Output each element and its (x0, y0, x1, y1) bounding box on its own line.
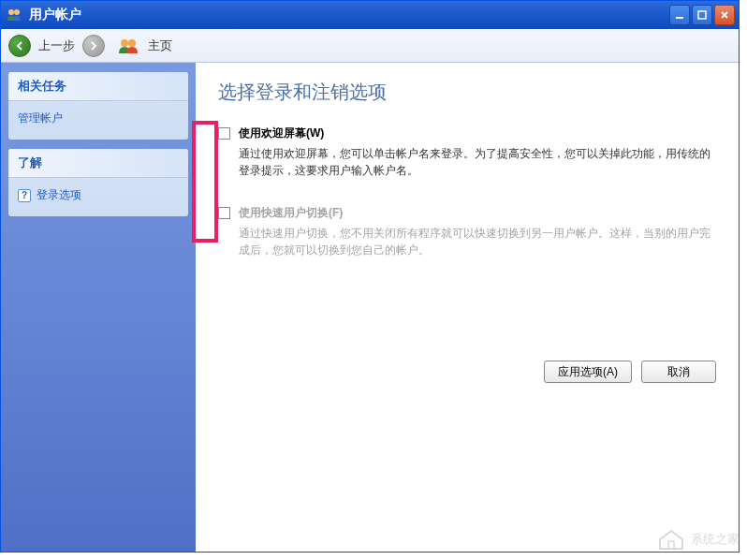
window-controls (669, 5, 735, 25)
related-tasks-panel: 相关任务 管理帐户 (8, 72, 188, 140)
cancel-button[interactable]: 取消 (641, 361, 716, 383)
link-label: 登录选项 (37, 187, 81, 203)
learn-body: ? 登录选项 (8, 178, 188, 216)
option-title: 使用快速用户切换(F) (239, 205, 716, 221)
related-tasks-body: 管理帐户 (8, 101, 188, 140)
home-icon (116, 36, 140, 56)
back-button[interactable] (8, 35, 31, 57)
button-row: 应用选项(A) 取消 (544, 361, 716, 383)
forward-button[interactable] (82, 35, 105, 57)
toolbar: 上一步 主页 (1, 29, 739, 63)
option-desc: 通过使用欢迎屏幕，您可以单击帐户名来登录。为了提高安全性，您可以关掉此功能，用传… (239, 145, 716, 179)
svg-rect-3 (698, 11, 706, 19)
button-label: 取消 (667, 364, 690, 380)
option-desc: 通过快速用户切换，您不用关闭所有程序就可以快速切换到另一用户帐户。这样，当别的用… (239, 225, 716, 258)
sidebar: 相关任务 管理帐户 了解 ? 登录选项 (1, 63, 196, 552)
app-icon (5, 6, 23, 24)
fast-switching-checkbox[interactable] (218, 207, 230, 219)
titlebar: 用户帐户 (1, 1, 739, 29)
window-title: 用户帐户 (29, 7, 669, 23)
help-icon: ? (18, 189, 31, 202)
related-tasks-header: 相关任务 (8, 72, 188, 101)
option-title: 使用欢迎屏幕(W) (239, 125, 716, 141)
svg-rect-2 (676, 17, 683, 19)
page-title: 选择登录和注销选项 (218, 80, 716, 105)
content-pane: 选择登录和注销选项 使用欢迎屏幕(W) 通过使用欢迎屏幕，您可以单击帐户名来登录… (196, 63, 739, 552)
apply-button[interactable]: 应用选项(A) (544, 361, 632, 383)
body-area: 相关任务 管理帐户 了解 ? 登录选项 选择登录和注销选项 (1, 63, 739, 552)
minimize-button[interactable] (669, 5, 690, 25)
close-button[interactable] (714, 5, 735, 25)
maximize-button[interactable] (692, 5, 712, 25)
option-welcome-screen: 使用欢迎屏幕(W) 通过使用欢迎屏幕，您可以单击帐户名来登录。为了提高安全性，您… (218, 125, 716, 179)
login-options-link[interactable]: ? 登录选项 (18, 185, 179, 205)
link-label: 管理帐户 (18, 111, 63, 126)
user-accounts-window: 用户帐户 上一步 主页 (0, 0, 740, 553)
learn-panel: 了解 ? 登录选项 (8, 149, 188, 216)
svg-point-4 (121, 39, 128, 47)
option-fast-user-switching: 使用快速用户切换(F) 通过快速用户切换，您不用关闭所有程序就可以快速切换到另一… (218, 205, 716, 258)
svg-point-1 (14, 9, 20, 15)
learn-header: 了解 (8, 149, 188, 178)
highlight-annotation (192, 121, 218, 243)
button-label: 应用选项(A) (558, 364, 618, 380)
welcome-screen-checkbox[interactable] (218, 127, 230, 140)
home-label[interactable]: 主页 (148, 37, 172, 54)
manage-accounts-link[interactable]: 管理帐户 (18, 109, 179, 128)
back-label[interactable]: 上一步 (38, 37, 75, 54)
svg-point-5 (128, 39, 136, 47)
svg-point-0 (8, 9, 14, 15)
